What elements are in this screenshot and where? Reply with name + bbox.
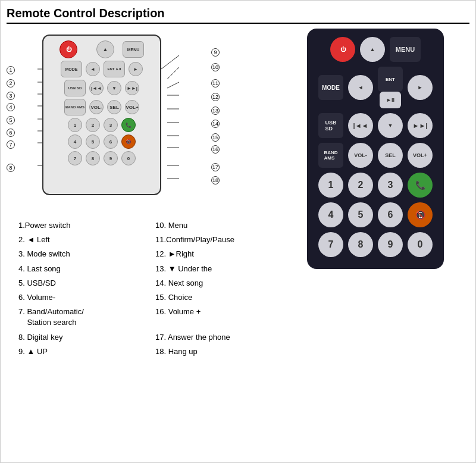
desc-8: 8. Digital key	[18, 332, 143, 343]
remote-row-7: 7 8 9 0	[68, 151, 136, 165]
actual-prev-btn[interactable]: |◄◄	[348, 113, 373, 138]
right-btn[interactable]: ►	[129, 62, 143, 76]
actual-num2-btn[interactable]: 2	[348, 173, 373, 198]
remote-row-2: MODE ◄ ENT ►II ►	[61, 61, 143, 77]
label-18: 18	[211, 174, 221, 184]
num9-btn[interactable]: 9	[104, 151, 118, 165]
remote-row-1: ⏻ ▲ MENU	[60, 40, 144, 58]
mode-btn[interactable]: MODE	[61, 61, 82, 77]
num1-btn[interactable]: 1	[68, 118, 82, 132]
desc-17: 17. Answer the phone	[155, 332, 292, 343]
ent-btn[interactable]: ENT ►II	[104, 61, 125, 77]
actual-row-2: MODE ◄ ENT ►II ►	[314, 67, 437, 108]
left-btn[interactable]: ◄	[86, 62, 100, 76]
volplus-btn[interactable]: VOL+	[125, 100, 139, 114]
num7-btn[interactable]: 7	[68, 151, 82, 165]
desc-15: 15. Choice	[155, 292, 292, 303]
actual-usbsd-label[interactable]: USBSD	[318, 113, 343, 138]
label-9: 9	[211, 46, 221, 57]
label-13: 13	[211, 105, 221, 115]
desc-5: 5. USB/SD	[18, 278, 143, 289]
label-4: 4	[7, 101, 16, 111]
svg-line-10	[167, 82, 179, 88]
hangup-btn[interactable]: 📵	[121, 134, 136, 149]
actual-row-6: 4 5 6 📵	[314, 202, 437, 227]
desc-18: 18. Hang up	[155, 346, 292, 357]
desc-10: 10. Menu	[155, 220, 292, 231]
label-5: 5	[7, 114, 16, 124]
label-16: 16	[211, 143, 221, 154]
sel-btn[interactable]: SEL	[107, 100, 121, 114]
desc-1: 1.Power switch	[18, 220, 143, 231]
actual-up-btn[interactable]: ▲	[360, 37, 385, 62]
desc-14: 14. Next song	[155, 278, 292, 289]
num6-btn[interactable]: 6	[104, 134, 118, 149]
power-btn[interactable]: ⏻	[60, 40, 77, 58]
actual-mode-label[interactable]: MODE	[318, 75, 343, 100]
actual-right-btn[interactable]: ►	[408, 75, 433, 100]
actual-num8-btn[interactable]: 8	[348, 232, 373, 257]
actual-play-btn[interactable]: ►II	[380, 92, 401, 108]
label-2: 2	[7, 77, 16, 87]
actual-remote: ⏻ ▲ MENU MODE ◄ ENT ►II ► USBSD	[307, 29, 444, 269]
down-btn[interactable]: ▼	[107, 81, 121, 95]
desc-6: 6. Volume-	[18, 292, 143, 303]
actual-num5-btn[interactable]: 5	[348, 202, 373, 227]
remote-row-5: 1 2 3 📞	[68, 118, 136, 132]
num0-btn[interactable]: 0	[121, 151, 136, 165]
label-3: 3	[7, 90, 16, 100]
actual-num4-btn[interactable]: 4	[318, 202, 343, 227]
actual-left-btn[interactable]: ◄	[348, 75, 373, 100]
menu-btn[interactable]: MENU	[123, 41, 144, 58]
right-column: ⏻ ▲ MENU MODE ◄ ENT ►II ► USBSD	[298, 29, 453, 456]
desc-13: 13. ▼ Under the	[155, 264, 292, 274]
actual-row-7: 7 8 9 0	[314, 232, 437, 257]
label-15: 15	[211, 132, 221, 142]
left-column: 1 2 3 4 5 6 7	[7, 29, 292, 456]
actual-menu-label[interactable]: MENU	[390, 37, 421, 62]
label-10: 10	[211, 61, 221, 71]
answer-btn[interactable]: 📞	[121, 118, 136, 132]
label-8: 8	[7, 162, 16, 172]
actual-band-label[interactable]: BANDAMS	[318, 143, 343, 168]
label-17: 17	[211, 161, 221, 171]
num5-btn[interactable]: 5	[86, 134, 100, 149]
actual-row-3: USBSD |◄◄ ▼ ►►|	[314, 113, 437, 138]
actual-num7-btn[interactable]: 7	[318, 232, 343, 257]
num4-btn[interactable]: 4	[68, 134, 82, 149]
desc-4: 4. Last song	[18, 264, 143, 274]
actual-num9-btn[interactable]: 9	[378, 232, 403, 257]
actual-num3-btn[interactable]: 3	[378, 173, 403, 198]
actual-volplus-btn[interactable]: VOL+	[408, 143, 433, 168]
next-btn[interactable]: ►►|	[125, 81, 139, 95]
actual-num1-btn[interactable]: 1	[318, 173, 343, 198]
band-btn[interactable]: BAND AMS	[64, 99, 86, 115]
num2-btn[interactable]: 2	[86, 118, 100, 132]
actual-power-btn[interactable]: ⏻	[330, 37, 355, 62]
diagram-area: 1 2 3 4 5 6 7	[7, 29, 280, 213]
volminus-btn[interactable]: VOL-	[89, 100, 104, 114]
actual-row-5: 1 2 3 📞	[314, 173, 437, 198]
up-btn[interactable]: ▲	[96, 40, 114, 58]
num8-btn[interactable]: 8	[86, 151, 100, 165]
actual-num6-btn[interactable]: 6	[378, 202, 403, 227]
actual-sel-btn[interactable]: SEL	[378, 143, 403, 168]
prev-btn[interactable]: |◄◄	[89, 81, 104, 95]
actual-volminus-btn[interactable]: VOL-	[348, 143, 373, 168]
actual-row-1: ⏻ ▲ MENU	[314, 37, 437, 62]
content-row: 1 2 3 4 5 6 7	[7, 29, 469, 456]
actual-answer-btn[interactable]: 📞	[408, 173, 433, 198]
num3-btn[interactable]: 3	[104, 118, 118, 132]
label-6: 6	[7, 127, 16, 137]
remote-row-6: 4 5 6 📵	[68, 134, 136, 149]
actual-num0-btn[interactable]: 0	[408, 232, 433, 257]
actual-next-btn[interactable]: ►►|	[408, 113, 433, 138]
label-1: 1	[7, 64, 16, 74]
label-7: 7	[7, 139, 16, 149]
desc-9: 9. ▲ UP	[18, 346, 143, 357]
actual-down-btn[interactable]: ▼	[378, 113, 403, 138]
desc-16: 16. Volume +	[155, 306, 292, 328]
usbsd-btn[interactable]: USB SD	[64, 80, 86, 96]
actual-hangup-btn[interactable]: 📵	[408, 202, 433, 227]
actual-ent-label[interactable]: ENT	[378, 67, 403, 92]
